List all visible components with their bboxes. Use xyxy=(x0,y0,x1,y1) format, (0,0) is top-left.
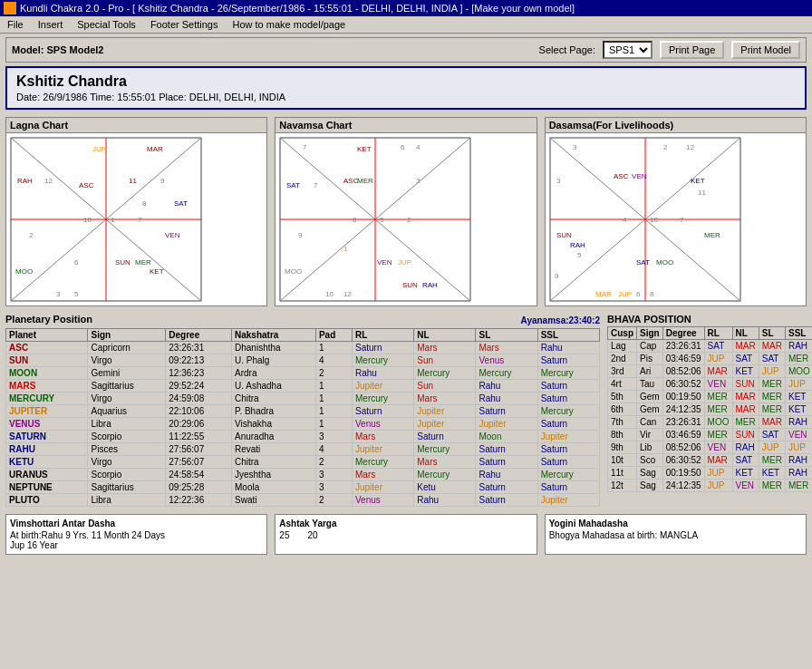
svg-text:9: 9 xyxy=(298,231,303,239)
svg-text:5: 5 xyxy=(577,251,582,259)
svg-text:3: 3 xyxy=(573,143,577,151)
svg-text:12: 12 xyxy=(44,177,53,185)
dasamsa-chart-title: Dasamsa(For Livelihoods) xyxy=(546,118,806,133)
svg-text:8: 8 xyxy=(650,290,654,298)
yogini-line1: Bhogya Mahadasa at birth: MANGLA xyxy=(549,530,802,540)
svg-text:10: 10 xyxy=(650,216,658,224)
bhava-title: BHAVA POSITION xyxy=(607,314,691,325)
svg-text:3: 3 xyxy=(556,177,561,185)
lagna-chart-svg: JUP MAR 11 9 RAH 12 ASC 8 SAT 10 1 7 VEN… xyxy=(6,133,206,305)
col-planet: Planet xyxy=(6,329,88,342)
svg-text:3: 3 xyxy=(56,290,61,298)
svg-text:RAH: RAH xyxy=(17,177,33,185)
svg-text:10: 10 xyxy=(83,216,92,224)
svg-text:5: 5 xyxy=(74,290,79,298)
menu-footer-settings[interactable]: Footer Settings xyxy=(147,18,222,31)
col-pad: Pad xyxy=(315,329,352,342)
svg-text:MER: MER xyxy=(135,258,151,267)
svg-text:SUN: SUN xyxy=(402,281,418,289)
menu-how-to[interactable]: How to make model/page xyxy=(228,18,349,31)
svg-text:3: 3 xyxy=(416,177,420,185)
svg-text:VEN: VEN xyxy=(632,172,647,180)
lagna-chart-box: Lagna Chart xyxy=(5,117,267,306)
svg-text:RAH: RAH xyxy=(570,241,585,249)
ashtak-val2: 20 xyxy=(307,530,317,540)
model-label: Model: SPS Model2 xyxy=(12,44,103,55)
svg-text:4: 4 xyxy=(623,216,627,224)
svg-text:11: 11 xyxy=(129,177,137,185)
print-page-button[interactable]: Print Page xyxy=(660,41,724,59)
col-nak: Nakshatra xyxy=(232,329,316,342)
svg-text:9: 9 xyxy=(555,272,559,280)
bhava-table-box: BHAVA POSITION Cusp Sign Degree RL NL SL… xyxy=(607,314,807,507)
planetary-table: Planet Sign Degree Nakshatra Pad RL NL S… xyxy=(5,328,600,507)
svg-text:VEN: VEN xyxy=(377,258,392,267)
ashtak-box: Ashtak Yarga 25 20 xyxy=(275,514,536,555)
app-icon xyxy=(4,2,16,15)
svg-text:8: 8 xyxy=(353,216,357,224)
svg-text:6: 6 xyxy=(636,290,641,298)
svg-text:VEN: VEN xyxy=(165,231,180,239)
bhava-col-cusp: Cusp xyxy=(608,327,637,340)
bottom-row: Vimshottari Antar Dasha At birth:Rahu 9 … xyxy=(5,514,807,555)
svg-text:KET: KET xyxy=(357,145,372,153)
lagna-chart-title: Lagna Chart xyxy=(6,118,266,133)
svg-text:2: 2 xyxy=(29,231,34,239)
svg-text:JUP: JUP xyxy=(92,145,106,153)
vimshottari-line2: Jup 16 Year xyxy=(10,540,263,550)
person-name: Kshitiz Chandra xyxy=(16,73,796,90)
bhava-col-sl: SL xyxy=(759,327,785,340)
col-nl: NL xyxy=(414,329,476,342)
svg-text:MOO: MOO xyxy=(656,258,673,267)
svg-text:ASC: ASC xyxy=(614,172,629,180)
svg-text:MOO: MOO xyxy=(15,267,33,276)
menu-bar: File Insert Special Tools Footer Setting… xyxy=(0,16,812,34)
svg-text:8: 8 xyxy=(142,199,147,208)
svg-text:SAT: SAT xyxy=(174,199,188,208)
dasamsa-chart-box: Dasamsa(For Livelihoods) xyxy=(545,117,807,306)
col-rl: RL xyxy=(353,329,414,342)
menu-insert[interactable]: Insert xyxy=(34,18,67,31)
bhava-col-degree: Degree xyxy=(662,327,704,340)
svg-text:SAT: SAT xyxy=(636,258,650,267)
bhava-col-sign: Sign xyxy=(637,327,663,340)
title-bar: Kundli Chakra 2.0 - Pro - [ Kshitiz Chan… xyxy=(0,0,812,16)
svg-text:9: 9 xyxy=(160,177,165,185)
svg-text:ASC: ASC xyxy=(79,181,94,189)
svg-text:7: 7 xyxy=(138,216,142,224)
page-select[interactable]: SPS1 xyxy=(603,41,652,59)
menu-special-tools[interactable]: Special Tools xyxy=(73,18,140,31)
svg-text:4: 4 xyxy=(416,143,420,151)
svg-text:MER: MER xyxy=(704,231,720,239)
svg-text:MAR: MAR xyxy=(595,290,612,298)
col-sign: Sign xyxy=(88,329,166,342)
model-bar: Model: SPS Model2 Select Page: SPS1 Prin… xyxy=(5,37,807,63)
svg-text:KET: KET xyxy=(150,267,164,276)
svg-text:12: 12 xyxy=(343,290,352,298)
ayanamsa-text: Ayanamsa:23:40:2 xyxy=(521,315,600,325)
svg-text:7: 7 xyxy=(680,216,684,224)
print-model-button[interactable]: Print Model xyxy=(731,41,800,59)
svg-text:1: 1 xyxy=(343,245,348,253)
lagna-chart-inner: JUP MAR 11 9 RAH 12 ASC 8 SAT 10 1 7 VEN… xyxy=(6,133,266,305)
ashtak-title: Ashtak Yarga xyxy=(279,519,532,528)
main-content: Model: SPS Model2 Select Page: SPS1 Prin… xyxy=(0,34,812,669)
svg-text:SUN: SUN xyxy=(115,258,130,267)
svg-text:2: 2 xyxy=(407,216,411,224)
svg-text:1: 1 xyxy=(111,216,115,224)
menu-file[interactable]: File xyxy=(4,18,27,31)
tables-row: Planetary Position Ayanamsa:23:40:2 Plan… xyxy=(5,314,807,507)
planetary-title: Planetary Position xyxy=(5,314,92,325)
bhava-col-ssl: SSL xyxy=(785,327,812,340)
yogini-box: Yogini Mahadasha Bhogya Mahadasa at birt… xyxy=(545,514,807,555)
svg-text:JUP: JUP xyxy=(618,290,632,298)
bhava-table: Cusp Sign Degree RL NL SL SSL LagCap23:2… xyxy=(607,326,812,492)
svg-text:MAR: MAR xyxy=(147,145,163,153)
charts-row: Lagna Chart xyxy=(5,117,807,306)
svg-text:7: 7 xyxy=(314,181,318,189)
col-degree: Degree xyxy=(166,329,232,342)
navamsa-chart-svg: KET 6 4 7 SAT 7 ASC MER 3 8 5 2 9 1 VEN … xyxy=(276,133,475,305)
title-text: Kundli Chakra 2.0 - Pro - [ Kshitiz Chan… xyxy=(20,3,575,14)
dasamsa-chart-svg: 2 12 3 3 ASC VEN KET 11 4 10 7 MER SUN R… xyxy=(546,133,745,305)
svg-text:MER: MER xyxy=(357,177,373,185)
